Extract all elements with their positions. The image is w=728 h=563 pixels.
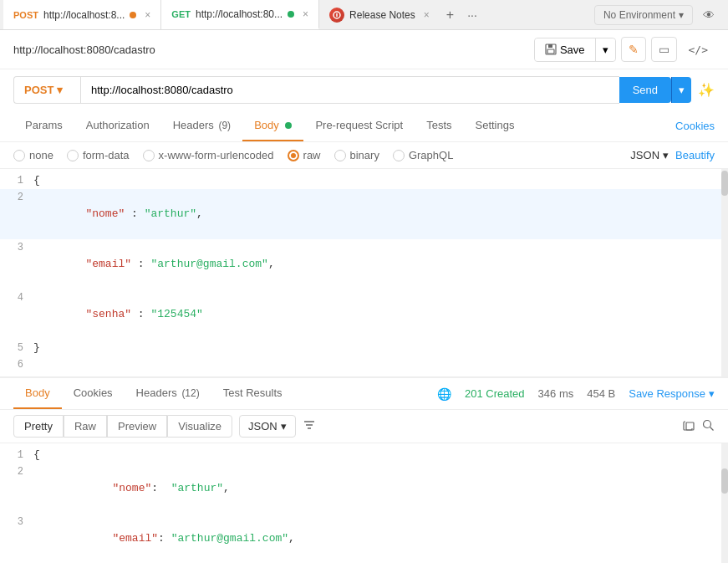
radio-binary[interactable]: binary [334, 149, 379, 161]
save-response-label: Save Response [629, 387, 705, 400]
request-code-editor[interactable]: 1 { 2 "nome" : "arthur", 3 "email" : "ar… [0, 169, 728, 377]
method-select[interactable]: POST ▾ [13, 76, 80, 104]
json-format-chevron: ▾ [663, 149, 669, 161]
send-button[interactable]: Send [619, 77, 671, 103]
tab-post[interactable]: POST http://localhost:8... × [3, 0, 161, 29]
eye-icon[interactable]: 👁 [700, 5, 718, 25]
view-mode-buttons: Pretty Raw Preview Visualize [13, 415, 232, 438]
save-response-button[interactable]: Save Response ▾ [629, 387, 715, 400]
response-toolbar: Pretty Raw Preview Visualize JSON ▾ [0, 410, 728, 443]
beautify-button[interactable]: Beautify [675, 149, 715, 161]
radio-graphql-label: GraphQL [409, 149, 453, 161]
response-tab-test-results[interactable]: Test Results [211, 378, 294, 409]
radio-none-label: none [29, 149, 53, 161]
svg-rect-3 [548, 44, 552, 48]
method-label: POST [24, 84, 53, 96]
response-scrollbar-thumb [721, 468, 728, 494]
env-selector[interactable]: No Environment ▾ [594, 5, 693, 25]
radio-circle-binary [334, 150, 346, 161]
copy-icon[interactable] [683, 419, 695, 434]
radio-raw-label: raw [303, 149, 321, 161]
response-tab-body[interactable]: Body [13, 378, 62, 409]
method-chevron-icon: ▾ [57, 84, 63, 96]
tab-close-get[interactable]: × [303, 8, 308, 20]
response-size: 454 B [587, 387, 615, 400]
tab-url-post: http://localhost:8... [43, 9, 125, 21]
req-line-4: 4 "senha" : "125454" [0, 289, 728, 340]
tab-close-post[interactable]: × [145, 9, 150, 21]
body-active-dot [285, 122, 292, 129]
filter-icon[interactable] [303, 418, 316, 434]
radio-urlencoded-label: x-www-form-urlencoded [159, 149, 274, 161]
req-line-6: 6 [0, 356, 728, 373]
response-json-format[interactable]: JSON ▾ [239, 415, 296, 438]
json-format-select[interactable]: JSON ▾ [630, 149, 669, 161]
method-url-row: POST ▾ Send ▾ ✨ [0, 69, 728, 110]
edit-button[interactable]: ✎ [621, 37, 646, 62]
radio-binary-label: binary [350, 149, 379, 161]
response-code-editor: 1 { 2 "nome": "arthur", 3 "email": "arth… [0, 443, 728, 563]
tab-params[interactable]: Params [13, 110, 74, 141]
url-input[interactable] [80, 76, 619, 104]
tab-close-release[interactable]: × [424, 9, 430, 21]
radio-circle-form-data [67, 150, 79, 161]
request-nav-tabs: Params Authorization Headers (9) Body Pr… [0, 110, 728, 142]
radio-none[interactable]: none [13, 149, 53, 161]
tab-get[interactable]: GET http://localhost:80... × [161, 0, 319, 29]
radio-graphql[interactable]: GraphQL [393, 149, 453, 161]
save-response-chevron-icon: ▾ [709, 387, 715, 400]
tab-tests[interactable]: Tests [415, 110, 463, 141]
radio-raw[interactable]: raw [288, 149, 321, 161]
tab-add-button[interactable]: + [440, 8, 461, 22]
response-area: Body Cookies Headers (12) Test Results 🌐… [0, 378, 728, 563]
tab-more-button[interactable]: ··· [461, 8, 484, 22]
view-pretty-button[interactable]: Pretty [13, 415, 64, 438]
response-tab-headers[interactable]: Headers (12) [125, 378, 211, 409]
tab-body[interactable]: Body [242, 110, 303, 141]
view-visualize-button[interactable]: Visualize [167, 415, 232, 438]
nav-tabs-right: Cookies [675, 120, 715, 132]
tab-dot-post [130, 12, 136, 18]
url-bar: http://localhost:8080/cadastro Save ▾ ✎ … [0, 30, 728, 69]
radio-circle-graphql [393, 150, 405, 161]
response-time: 346 ms [538, 387, 574, 400]
radio-form-data[interactable]: form-data [67, 149, 130, 161]
url-display: http://localhost:8080/cadastro [13, 44, 527, 56]
response-tab-cookies[interactable]: Cookies [62, 378, 125, 409]
magic-icon[interactable]: ✨ [698, 82, 715, 98]
response-status-code: 201 Created [465, 387, 525, 400]
save-dropdown-button[interactable]: ▾ [595, 38, 615, 61]
release-notes-icon [329, 8, 344, 23]
tab-settings[interactable]: Settings [464, 110, 527, 141]
radio-form-data-label: form-data [83, 149, 130, 161]
tab-release-notes[interactable]: Release Notes × [319, 0, 440, 29]
tab-method-get: GET [171, 9, 191, 19]
view-preview-button[interactable]: Preview [107, 415, 167, 438]
req-line-5: 5 } [0, 340, 728, 356]
svg-rect-8 [686, 422, 694, 430]
send-label: Send [633, 84, 658, 96]
request-area: POST ▾ Send ▾ ✨ Params Authorization Hea… [0, 69, 728, 378]
tab-bar: POST http://localhost:8... × GET http://… [0, 0, 728, 30]
response-scrollbar[interactable] [721, 443, 728, 563]
view-raw-button[interactable]: Raw [64, 415, 107, 438]
save-label: Save [560, 44, 585, 56]
save-button[interactable]: Save [535, 38, 595, 61]
tab-pre-request[interactable]: Pre-request Script [303, 110, 415, 141]
body-type-right: JSON ▾ Beautify [630, 149, 715, 161]
radio-circle-none [13, 150, 25, 161]
tab-authorization[interactable]: Authorization [74, 110, 161, 141]
cookies-button[interactable]: Cookies [675, 120, 715, 132]
response-toolbar-right [683, 419, 715, 434]
globe-icon: 🌐 [437, 387, 451, 401]
editor-scrollbar[interactable] [721, 169, 728, 376]
svg-point-9 [704, 420, 711, 427]
search-icon[interactable] [702, 419, 715, 434]
send-dropdown-button[interactable]: ▾ [671, 77, 691, 103]
req-line-2: 2 "nome" : "arthur", [0, 189, 728, 239]
radio-urlencoded[interactable]: x-www-form-urlencoded [143, 149, 274, 161]
comment-button[interactable]: ▭ [651, 37, 677, 62]
tab-headers[interactable]: Headers (9) [161, 110, 242, 141]
code-button[interactable]: </> [682, 38, 715, 61]
send-btn-wrapper: Send ▾ [619, 77, 691, 103]
